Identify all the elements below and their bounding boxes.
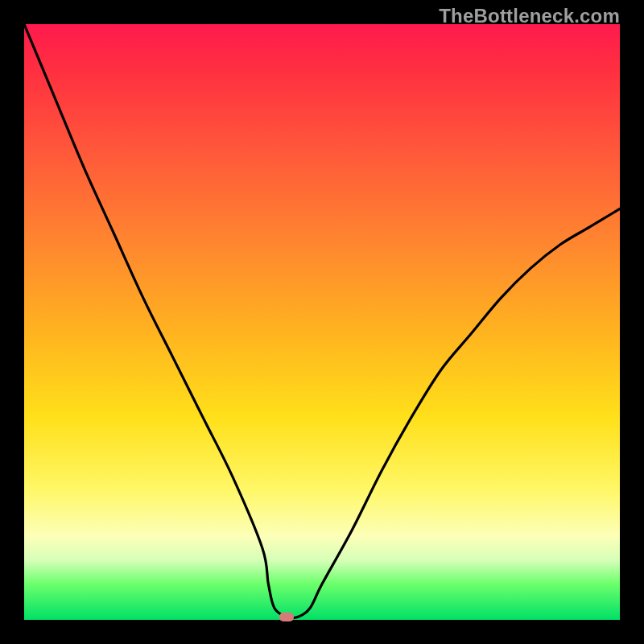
chart-container: TheBottleneck.com bbox=[0, 0, 644, 644]
plot-area bbox=[24, 24, 620, 620]
curve-svg bbox=[24, 24, 620, 620]
bottleneck-curve bbox=[24, 24, 620, 618]
optimum-marker bbox=[279, 613, 294, 621]
